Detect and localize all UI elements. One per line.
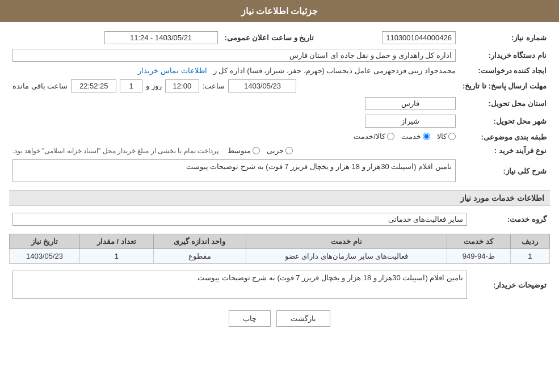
khadamat-section-title: اطلاعات خدمات مورد نیاز: [9, 190, 550, 206]
col-nam: نام خدمت: [246, 234, 447, 249]
ijad-label: ایجاد کننده درخواست:: [459, 64, 550, 77]
mohlat-roz-box: 1: [120, 79, 142, 92]
cell-radif: 1: [510, 249, 549, 264]
tabaqe-khadamat-label: خدمت: [401, 132, 421, 141]
noefrayand-label: نوع فرآیند خرید :: [459, 144, 550, 157]
tarikh-value: 1403/05/21 - 11:24: [9, 29, 221, 47]
noefrayand-motavasset-radio[interactable]: [253, 147, 260, 154]
tabaqe-kala-khadamat[interactable]: کالا/خدمت: [354, 132, 394, 141]
tarikh-label: تاریخ و ساعت اعلان عمومی:: [221, 29, 318, 47]
sharh-label: شرح کلی نیاز:: [459, 157, 550, 184]
tozih-box: تامین افلام (اسپیلت 30هزار و 18 هزار و ی…: [12, 271, 467, 299]
noefrayand-note: پرداخت تمام یا بخشی از مبلغ خریدار محل "…: [12, 147, 218, 155]
cell-kod: ط-94-949: [447, 249, 511, 264]
mohlat-label: مهلت ارسال پاسخ: تا تاریخ:: [459, 77, 550, 95]
col-tedad: تعداد / مقدار: [79, 234, 153, 249]
tabaqe-label: طبقه بندی موضوعی:: [459, 130, 550, 144]
ijad-link[interactable]: اطلاعات تماس خریدار: [138, 66, 207, 75]
ostan-label: استان محل تحویل:: [459, 95, 550, 112]
col-radif: ردیف: [510, 234, 549, 249]
tabaqe-kala-khadamat-label: کالا/خدمت: [354, 132, 385, 141]
tozih-label: توضیحات خریدار:: [470, 268, 550, 301]
grooh-label: گروه خدمت:: [470, 210, 550, 228]
services-table: ردیف کد خدمت نام خدمت واحد اندازه گیری ت…: [9, 234, 550, 264]
tozih-value: تامین افلام (اسپیلت 30هزار و 18 هزار و ی…: [9, 268, 470, 301]
namdastgah-box: اداره کل راهداری و حمل و نقل جاده ای است…: [12, 49, 456, 62]
cell-tarikh: 1403/05/23: [10, 249, 80, 264]
grooh-box: سایر فعالیت‌های خدماتی: [12, 213, 467, 226]
services-tbody: 1 ط-94-949 فعالیت‌های سایر سازمان‌های دا…: [10, 249, 550, 264]
back-button[interactable]: بازگشت: [276, 310, 330, 327]
cell-tedad: 1: [79, 249, 153, 264]
noefrayand-motavasset[interactable]: متوسط: [228, 146, 260, 155]
namdastgah-value: اداره کل راهداری و حمل و نقل جاده ای است…: [9, 47, 459, 64]
tarikh-box: 1403/05/21 - 11:24: [104, 31, 218, 44]
shomare-niaz-box: 1103001044000426: [382, 31, 456, 44]
mohlat-row: 1403/05/23 ساعت: 12:00 روز و 1 22:52:25 …: [9, 77, 459, 95]
print-button[interactable]: چاپ: [229, 310, 271, 327]
noefrayand-jozi[interactable]: جزیی: [267, 146, 293, 155]
page-header: جزئیات اطلاعات نیاز: [0, 0, 559, 22]
tabaqe-kala-label: کالا: [437, 132, 447, 141]
noefrayand-row: جزیی متوسط پرداخت تمام یا بخشی از مبلغ خ…: [9, 144, 459, 157]
noefrayand-motavasset-label: متوسط: [228, 146, 251, 155]
tabaqe-kala[interactable]: کالا: [437, 132, 456, 141]
ijad-text: محمدجواد زینی فردجهرمی عامل ذیحساب (جهرم…: [213, 66, 456, 75]
namdastgah-label: نام دستگاه خریدار:: [459, 47, 550, 64]
mohlat-date-box: 1403/05/23: [228, 79, 296, 92]
cell-vahed: مقطوع: [153, 249, 246, 264]
shahr-box: شیراز: [365, 115, 456, 128]
col-vahed: واحد اندازه گیری: [153, 234, 246, 249]
tozih-table: توضیحات خریدار: تامین افلام (اسپیلت 30هز…: [9, 268, 550, 301]
mohlat-saat-label: ساعت:: [203, 82, 225, 90]
noefrayand-jozi-radio[interactable]: [285, 147, 293, 154]
col-tarikh: تاریخ نیاز: [10, 234, 80, 249]
cell-nam: فعالیت‌های سایر سازمان‌های دارای عضو: [246, 249, 447, 264]
col-kod: کد خدمت: [447, 234, 511, 249]
grooh-value: سایر فعالیت‌های خدماتی: [9, 210, 470, 228]
ostan-value: فارس: [9, 95, 459, 112]
mohlat-roz-label: روز و: [146, 82, 162, 90]
sharh-value: تامین افلام (اسپیلت 30هزار و 18 هزار و ی…: [9, 157, 459, 184]
page-wrapper: جزئیات اطلاعات نیاز شماره نیاز: 11030010…: [0, 0, 559, 392]
button-group: بازگشت چاپ: [9, 310, 550, 327]
shomare-niaz-value: 1103001044000426: [317, 29, 459, 47]
noefrayand-jozi-label: جزیی: [267, 146, 284, 155]
ostan-box: فارس: [365, 97, 456, 110]
sharh-box: تامین افلام (اسپیلت 30هزار و 18 هزار و ی…: [12, 159, 456, 182]
info-table: شماره نیاز: 1103001044000426 تاریخ و ساع…: [9, 29, 550, 184]
table-row: 1 ط-94-949 فعالیت‌های سایر سازمان‌های دا…: [10, 249, 550, 264]
mohlat-saat-box: 12:00: [165, 79, 199, 92]
mohlat-remaining-label: ساعت باقی مانده: [12, 82, 68, 90]
shomare-niaz-label: شماره نیاز:: [459, 29, 550, 47]
shahr-value: شیراز: [9, 112, 459, 130]
grooh-table: گروه خدمت: سایر فعالیت‌های خدماتی: [9, 210, 550, 228]
ijad-value: محمدجواد زینی فردجهرمی عامل ذیحساب (جهرم…: [9, 64, 459, 77]
mohlat-remaining-box: 22:52:25: [71, 79, 116, 92]
page-title: جزئیات اطلاعات نیاز: [241, 6, 318, 16]
tabaqe-khadamat-radio[interactable]: [423, 133, 430, 140]
services-thead: ردیف کد خدمت نام خدمت واحد اندازه گیری ت…: [10, 234, 550, 249]
tabaqe-khadamat[interactable]: خدمت: [401, 132, 430, 141]
shahr-label: شهر محل تحویل:: [459, 112, 550, 130]
tabaqe-kala-khadamat-radio[interactable]: [387, 133, 394, 140]
tabaqe-kala-radio[interactable]: [448, 133, 456, 140]
main-content: شماره نیاز: 1103001044000426 تاریخ و ساع…: [0, 22, 559, 339]
services-header-row: ردیف کد خدمت نام خدمت واحد اندازه گیری ت…: [10, 234, 550, 249]
tabaqe-radio-group: کالا خدمت کالا/خدمت: [354, 132, 456, 141]
tabaqe-options: کالا خدمت کالا/خدمت: [9, 130, 459, 144]
noefrayand-radio-group: جزیی متوسط: [228, 146, 293, 155]
